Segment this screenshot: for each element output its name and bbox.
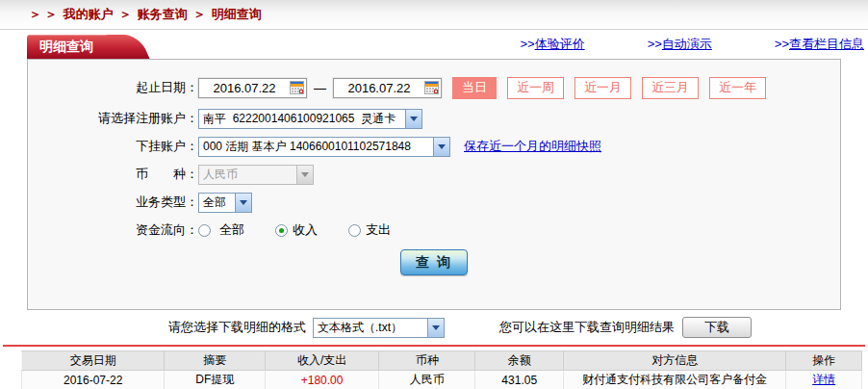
download-button[interactable]: 下载	[682, 317, 752, 338]
query-button-row: 查 询	[28, 249, 840, 275]
chevron-down-icon[interactable]	[427, 319, 444, 337]
breadcrumb-item-my-account[interactable]: 我的账户	[64, 6, 114, 23]
cell-amount: +180.00	[266, 371, 379, 389]
cell-currency: 人民币	[379, 371, 475, 389]
fund-flow-option-all[interactable]: 全部	[198, 221, 244, 239]
download-format-select[interactable]: 文本格式（.txt）	[313, 318, 445, 338]
col-header-date: 交易日期	[22, 351, 165, 371]
sub-account-row: 下挂账户： 000 活期 基本户 1406600101102571848 保存近…	[28, 135, 840, 158]
col-header-currency: 币种	[379, 351, 475, 371]
fund-flow-row: 资金流向： 全部 收入 支出	[28, 219, 840, 242]
table-row: 2016-07-22 DF提现 +180.00 人民币 431.05 财付通支付…	[22, 371, 862, 389]
business-type-label: 业务类型：	[28, 194, 198, 211]
query-button[interactable]: 查 询	[400, 249, 468, 275]
download-hint: 您可以在这里下载查询明细结果	[499, 319, 675, 336]
register-account-select[interactable]: 南平 6222001406100921065 灵通卡	[198, 109, 422, 129]
fund-flow-option-expense[interactable]: 支出	[348, 221, 391, 239]
radio-unchecked-icon[interactable]	[348, 224, 361, 237]
download-format-label: 请您选择下载明细的格式	[168, 319, 306, 336]
quick-range-week-button[interactable]: 近一周	[507, 77, 564, 99]
quick-range-3months-button[interactable]: 近三月	[642, 77, 699, 99]
currency-label: 币 种：	[28, 166, 198, 183]
quick-range-year-button[interactable]: 近一年	[709, 77, 766, 99]
radio-unchecked-icon[interactable]	[198, 224, 211, 237]
quick-range-today-button[interactable]: 当日	[452, 77, 497, 99]
breadcrumb-bar: ＞ ＞ 我的账户 ＞ 账务查询 ＞ 明细查询	[0, 0, 868, 30]
col-header-amount: 收入/支出	[266, 351, 379, 371]
fund-flow-option-income[interactable]: 收入	[275, 221, 318, 239]
radio-checked-icon[interactable]	[275, 224, 288, 237]
currency-row: 币 种： 人民币	[28, 163, 840, 186]
col-header-action: 操作	[786, 351, 862, 371]
breadcrumb-prefix: ＞ ＞	[29, 6, 58, 23]
date-range-label: 起止日期：	[28, 79, 198, 96]
chevron-down-icon[interactable]	[405, 110, 421, 128]
column-info-link[interactable]: >>查看栏目信息	[775, 36, 864, 53]
date-range-row: 起止日期： 2016.07.22 — 2016.07.22	[28, 76, 840, 99]
query-panel: 起止日期： 2016.07.22 — 2016.07.22	[27, 59, 841, 310]
breadcrumb-item-detail-query: 明细查询	[212, 6, 262, 23]
tab-row: 明细查询 >>体验评价 >>自动演示 >>查看栏目信息	[0, 30, 868, 59]
breadcrumb-separator: ＞	[193, 6, 206, 23]
cell-action: 详情	[786, 371, 862, 389]
table-header-row: 交易日期 摘要 收入/支出 币种 余额 对方信息 操作	[22, 351, 862, 371]
quick-range-month-button[interactable]: 近一月	[574, 77, 631, 99]
col-header-counterparty: 对方信息	[564, 351, 786, 371]
chevron-down-icon[interactable]	[235, 194, 251, 212]
calendar-icon[interactable]	[424, 81, 439, 94]
calendar-icon[interactable]	[290, 81, 304, 94]
register-account-row: 请选择注册账户： 南平 6222001406100921065 灵通卡	[28, 107, 840, 130]
download-row: 请您选择下载明细的格式 文本格式（.txt） 您可以在这里下载查询明细结果 下载	[0, 316, 868, 339]
cell-date: 2016-07-22	[22, 371, 165, 389]
red-divider	[3, 345, 865, 347]
register-account-label: 请选择注册账户：	[28, 110, 198, 127]
sub-account-label: 下挂账户：	[28, 138, 198, 155]
save-snapshot-link[interactable]: 保存近一个月的明细快照	[464, 138, 601, 155]
cell-summary: DF提现	[165, 371, 266, 389]
transaction-table: 交易日期 摘要 收入/支出 币种 余额 对方信息 操作 2016-07-22 D…	[21, 350, 862, 389]
chevron-down-icon[interactable]	[433, 138, 449, 156]
business-type-row: 业务类型： 全部	[28, 191, 840, 214]
business-type-select[interactable]: 全部	[198, 193, 252, 213]
chevron-down-icon	[296, 166, 313, 184]
cell-balance: 431.05	[475, 371, 564, 389]
cell-counterparty: 财付通支付科技有限公司客户备付金	[564, 371, 786, 389]
col-header-balance: 余额	[475, 351, 564, 371]
breadcrumb-separator: ＞	[119, 6, 132, 23]
col-header-summary: 摘要	[165, 351, 266, 371]
auto-demo-link[interactable]: >>自动演示	[648, 36, 712, 53]
sub-account-select[interactable]: 000 活期 基本户 1406600101102571848	[198, 137, 450, 157]
breadcrumb-item-account-query[interactable]: 账务查询	[138, 6, 188, 23]
fund-flow-label: 资金流向：	[28, 221, 198, 239]
date-to-input[interactable]: 2016.07.22	[333, 78, 442, 98]
date-from-input[interactable]: 2016.07.22	[198, 78, 307, 98]
date-separator: —	[314, 81, 326, 95]
currency-select: 人民币	[198, 165, 314, 185]
detail-link[interactable]: 详情	[812, 373, 835, 386]
tab-detail-query: 明细查询	[27, 35, 129, 59]
experience-rating-link[interactable]: >>体验评价	[520, 36, 584, 53]
